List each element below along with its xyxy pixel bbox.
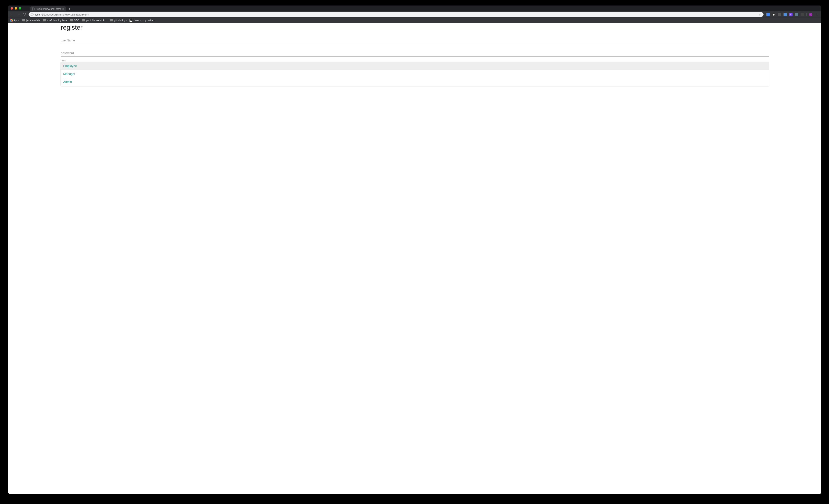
apps-icon [10,19,13,22]
username-field-wrapper [61,37,286,44]
bookmark-label: java tutorials [26,19,40,22]
address-bar[interactable]: i localhost:8080/register/showRegistrati… [29,12,286,17]
bookmark-label: SEO [74,19,79,22]
bookmark-folder[interactable]: portfolio useful lin... [82,19,107,22]
forward-button[interactable]: → [16,13,20,16]
tab-title: register new user form [37,7,61,10]
role-option-employee[interactable]: Employee [61,62,286,70]
close-tab-button[interactable]: × [62,7,64,11]
page-content: register roles Employee Manager Admin [8,23,286,174]
reload-button[interactable] [23,13,26,16]
bookmark-label: clear up my online... [134,19,155,22]
folder-icon [22,19,25,22]
page-title: register [61,24,286,31]
maximize-window-button[interactable] [19,7,21,10]
role-option-manager[interactable]: Manager [61,70,286,78]
bookmark-label: portfolio useful lin... [86,19,107,22]
role-option-admin[interactable]: Admin [61,78,286,86]
username-input[interactable] [61,37,286,44]
roles-label: roles [61,59,286,62]
folder-icon [110,19,113,22]
site-info-icon[interactable]: i [31,13,33,16]
browser-toolbar: ← → i localhost:8080/register/showRegist… [8,11,286,17]
register-form: register roles Employee Manager Admin [61,24,286,86]
folder-icon [70,19,73,22]
bookmark-label: useful coding links [47,19,67,22]
password-input[interactable] [61,49,286,57]
back-button[interactable]: ← [10,13,13,16]
password-field-wrapper [61,49,286,57]
new-tab-button[interactable]: + [66,6,73,11]
medium-icon: M [130,19,132,22]
bookmark-folder[interactable]: java tutorials [22,19,40,22]
minimize-window-button[interactable] [15,7,17,10]
bookmark-folder[interactable]: useful coding links [43,19,67,22]
window-controls [11,6,21,11]
close-window-button[interactable] [11,7,13,10]
bookmark-folder[interactable]: SEO [70,19,79,22]
tab-bar: register new user form × + [8,5,286,11]
browser-tab[interactable]: register new user form × [30,6,66,11]
apps-label: Apps [14,19,20,22]
bookmark-label: github tings [114,19,127,22]
bookmark-folder[interactable]: github tings [110,19,127,22]
roles-dropdown: Employee Manager Admin [61,62,286,86]
url-text: localhost:8080/register/showRegistration… [35,13,286,16]
page-icon [32,7,35,10]
bookmark-link[interactable]: M clear up my online... [130,19,155,22]
bookmarks-bar: Apps java tutorials useful coding links … [8,17,286,23]
browser-window: register new user form × + ← → i localho… [8,5,286,174]
apps-button[interactable]: Apps [10,19,20,22]
folder-icon [43,19,46,22]
folder-icon [82,19,85,22]
